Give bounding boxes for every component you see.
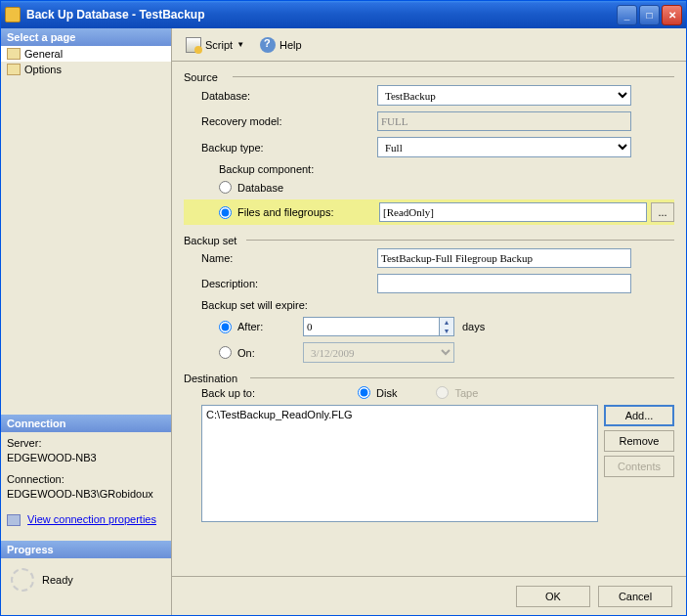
backup-name-field[interactable] <box>377 248 631 268</box>
radio-on-input[interactable] <box>219 346 232 359</box>
source-fieldset: Source Database: TestBackup Recovery mod… <box>184 71 674 231</box>
radio-tape: Tape <box>436 386 478 399</box>
backup-set-fieldset: Backup set Name: Description: Backup set… <box>184 235 674 369</box>
minimize-button[interactable]: _ <box>617 5 637 25</box>
connection-value: EDGEWOOD-NB3\GRobidoux <box>7 487 165 502</box>
recovery-model-field <box>377 111 631 131</box>
expire-date-select: 3/12/2009 <box>303 342 454 363</box>
progress-header: Progress <box>1 541 171 558</box>
radio-after-input[interactable] <box>219 321 232 333</box>
add-button[interactable]: Add... <box>604 405 674 426</box>
script-label: Script <box>205 39 233 51</box>
connection-info: Server: EDGEWOOD-NB3 Connection: EDGEWOO… <box>1 432 171 531</box>
app-icon <box>5 7 21 22</box>
radio-database[interactable]: Database <box>219 181 283 194</box>
radio-database-input[interactable] <box>219 181 232 194</box>
sidebar-item-options[interactable]: Options <box>1 62 171 77</box>
after-days-field[interactable] <box>303 317 440 336</box>
backup-type-label: Backup type: <box>201 142 377 154</box>
titlebar[interactable]: Back Up Database - TestBackup _ □ ✕ <box>1 1 686 28</box>
destination-list-item[interactable]: C:\TestBackup_ReadOnly.FLG <box>204 408 595 421</box>
select-page-header: Select a page <box>1 28 171 46</box>
radio-on[interactable]: On: <box>219 346 303 359</box>
backup-database-window: Back Up Database - TestBackup _ □ ✕ Sele… <box>0 0 687 616</box>
description-label: Description: <box>201 278 377 289</box>
radio-disk-input[interactable] <box>358 386 370 399</box>
days-unit: days <box>462 321 485 332</box>
radio-after[interactable]: After: <box>219 321 303 333</box>
destination-fieldset: Destination Back up to: Disk Tape <box>184 373 674 522</box>
script-button[interactable]: Script ▼ <box>180 34 250 56</box>
remove-button[interactable]: Remove <box>604 430 674 452</box>
ok-button[interactable]: OK <box>516 586 590 607</box>
backup-description-field[interactable] <box>377 274 631 293</box>
help-label: Help <box>279 39 302 51</box>
sidebar-item-general[interactable]: General <box>1 46 171 62</box>
radio-tape-input <box>436 386 449 399</box>
sidebar-item-label: Options <box>24 64 62 75</box>
toolbar: Script ▼ Help <box>172 28 686 62</box>
sidebar-item-label: General <box>24 48 63 60</box>
view-connection-properties-link[interactable]: View connection properties <box>27 513 156 525</box>
radio-files-input[interactable] <box>219 206 232 219</box>
progress-area: Ready <box>1 558 171 615</box>
progress-status: Ready <box>42 574 73 586</box>
server-label: Server: <box>7 436 165 451</box>
progress-spinner-icon <box>11 568 34 592</box>
radio-files-filegroups[interactable]: Files and filegroups: <box>219 206 379 219</box>
page-icon <box>7 48 21 60</box>
help-icon <box>260 37 276 53</box>
radio-disk[interactable]: Disk <box>358 386 397 399</box>
spinner-buttons[interactable]: ▲▼ <box>440 317 454 336</box>
expire-label: Backup set will expire: <box>201 299 308 311</box>
backup-component-label: Backup component: <box>219 163 314 175</box>
sidebar: Select a page General Options Connection… <box>1 28 172 615</box>
destination-legend: Destination <box>184 373 241 384</box>
properties-icon <box>7 514 21 526</box>
name-label: Name: <box>201 252 377 264</box>
page-icon <box>7 64 21 75</box>
connection-header: Connection <box>1 415 171 432</box>
chevron-down-icon: ▼ <box>236 40 244 49</box>
back-up-to-label: Back up to: <box>201 387 358 399</box>
window-title: Back Up Database - TestBackup <box>26 8 617 22</box>
maximize-button[interactable]: □ <box>639 5 660 25</box>
server-value: EDGEWOOD-NB3 <box>7 451 165 465</box>
help-button[interactable]: Help <box>254 34 308 56</box>
contents-button: Contents <box>604 456 674 477</box>
script-icon <box>186 37 201 53</box>
cancel-button[interactable]: Cancel <box>598 586 672 607</box>
close-button[interactable]: ✕ <box>662 5 682 25</box>
filegroups-field[interactable] <box>379 202 647 222</box>
footer: OK Cancel <box>172 576 686 615</box>
backup-set-legend: Backup set <box>184 235 240 246</box>
connection-label: Connection: <box>7 472 165 487</box>
recovery-model-label: Recovery model: <box>201 115 377 127</box>
browse-filegroups-button[interactable]: ... <box>651 202 674 222</box>
database-select[interactable]: TestBackup <box>377 85 631 106</box>
backup-type-select[interactable]: Full <box>377 137 631 157</box>
database-label: Database: <box>201 90 377 102</box>
destination-list[interactable]: C:\TestBackup_ReadOnly.FLG <box>201 405 598 522</box>
source-legend: Source <box>184 71 222 83</box>
